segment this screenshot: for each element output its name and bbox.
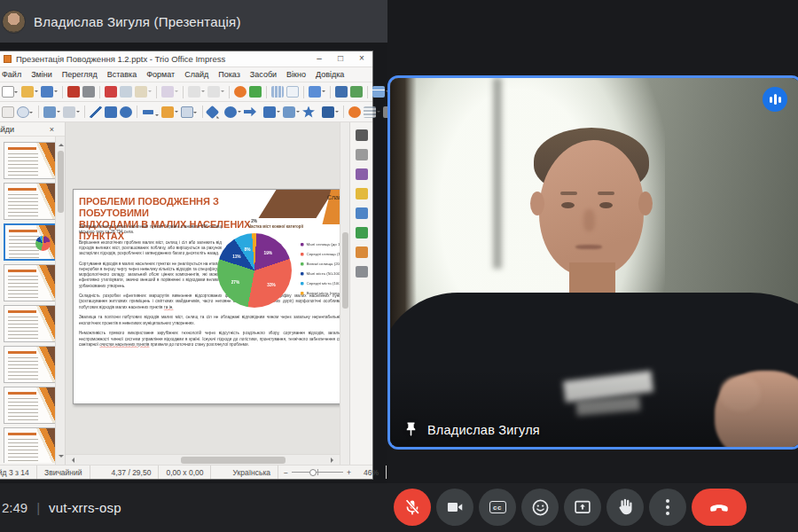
pin-icon <box>403 421 419 438</box>
chart-title: Частка міст кожної категорії <box>207 224 340 229</box>
end-call-button[interactable] <box>692 489 747 526</box>
ellipse-icon[interactable] <box>120 106 132 118</box>
symbol-shapes-icon[interactable] <box>224 106 237 118</box>
navigator-icon[interactable] <box>356 266 368 278</box>
shadow-icon[interactable] <box>63 106 75 118</box>
close-button[interactable]: × <box>351 51 372 66</box>
animation-icon[interactable] <box>356 188 368 200</box>
connector-icon[interactable] <box>181 106 193 118</box>
menu-item[interactable]: Засоби <box>250 70 277 79</box>
block-arrows-icon[interactable] <box>244 106 256 118</box>
toolbar-separator <box>62 86 63 98</box>
menu-item[interactable]: Зміни <box>31 70 52 79</box>
3d-objects-icon[interactable] <box>322 106 334 118</box>
rectangle-icon[interactable] <box>105 106 117 118</box>
cut-icon[interactable] <box>105 86 117 98</box>
rotate-icon[interactable] <box>348 106 361 118</box>
grid-icon[interactable] <box>271 86 284 98</box>
slide-thumbnail[interactable] <box>4 264 55 301</box>
redo-icon[interactable] <box>207 86 220 98</box>
flowchart-icon[interactable] <box>263 106 276 118</box>
callouts-icon[interactable] <box>283 106 295 118</box>
scroll-up-icon[interactable] <box>59 141 64 146</box>
curve-icon[interactable] <box>161 106 174 118</box>
select-icon[interactable] <box>2 106 14 118</box>
slide-transition-icon[interactable] <box>356 207 368 219</box>
present-screen-button[interactable] <box>564 489 601 526</box>
scroll-right-icon[interactable] <box>331 458 336 463</box>
basic-shapes-icon[interactable] <box>206 105 220 119</box>
gallery-icon[interactable] <box>356 246 368 258</box>
menu-item[interactable]: Довідка <box>316 70 344 79</box>
styles-icon[interactable] <box>356 227 368 239</box>
menu-item[interactable]: Вставка <box>107 70 137 79</box>
microphone-off-button[interactable] <box>394 489 431 526</box>
slide-thumbnail[interactable] <box>4 387 55 424</box>
align-icon[interactable] <box>364 106 376 118</box>
slide-thumbnail[interactable] <box>4 223 55 261</box>
zoom-in-icon[interactable]: + <box>347 468 351 477</box>
captions-button[interactable]: cc <box>479 489 516 526</box>
table-icon[interactable] <box>372 86 385 98</box>
menu-item[interactable]: Файл <box>2 70 21 79</box>
menu-item[interactable]: Показ <box>218 70 240 79</box>
reactions-button[interactable] <box>521 489 559 526</box>
zoom-knob[interactable] <box>309 469 317 476</box>
line-style-icon[interactable] <box>43 106 56 118</box>
spelling-icon[interactable] <box>249 86 262 98</box>
find-replace-icon[interactable] <box>234 86 246 98</box>
status-view-mode[interactable]: Звичайний <box>37 466 90 479</box>
participant-video-tile[interactable]: Владислав Зигуля <box>387 75 798 450</box>
vertical-scrollbar[interactable] <box>340 122 349 465</box>
maximize-button[interactable]: □ <box>330 51 351 66</box>
properties-icon[interactable] <box>356 168 368 180</box>
save-icon[interactable] <box>41 86 53 98</box>
horizontal-scrollbar[interactable] <box>66 454 340 465</box>
menu-item[interactable]: Слайд <box>184 70 208 79</box>
arrow-icon[interactable] <box>142 110 154 114</box>
slide-thumbnail[interactable] <box>4 427 55 463</box>
share-screen-region[interactable]: Владислав Зигуля (Презентація) Презентац… <box>0 0 387 483</box>
screen-icon[interactable] <box>350 86 363 98</box>
legend-item: Великі селища (20-50 тис.) <box>301 259 340 269</box>
menu-item[interactable]: Перегляд <box>62 70 98 79</box>
copy-icon[interactable] <box>120 86 132 98</box>
menu-item[interactable]: Формат <box>146 70 175 79</box>
menu-item[interactable]: Вікно <box>286 70 306 79</box>
slide-thumbnail[interactable] <box>4 142 55 179</box>
panel-close-icon[interactable]: × <box>50 125 54 134</box>
line-icon[interactable] <box>90 106 102 118</box>
effects-icon[interactable] <box>356 149 368 160</box>
slide-thumbnail[interactable] <box>4 183 55 220</box>
presentation-icon[interactable] <box>335 86 348 98</box>
clone-formatting-icon[interactable] <box>161 86 174 98</box>
print-icon[interactable] <box>82 86 95 98</box>
pointer-icon[interactable] <box>356 129 368 141</box>
status-language[interactable]: Українська <box>225 466 278 479</box>
zoom-icon[interactable] <box>17 106 29 118</box>
helplines-icon[interactable] <box>286 86 299 98</box>
more-options-icon <box>666 499 669 515</box>
open-icon[interactable] <box>21 86 34 98</box>
export-pdf-icon[interactable] <box>67 86 80 98</box>
camera-button[interactable] <box>436 489 473 526</box>
more-options-button[interactable] <box>649 489 686 526</box>
zoom-out-icon[interactable]: − <box>284 468 288 477</box>
paste-icon[interactable] <box>135 86 147 98</box>
microphone-off-icon <box>403 497 422 517</box>
new-icon[interactable] <box>2 86 14 98</box>
vertical-scroll-thumb[interactable] <box>342 232 348 309</box>
horizontal-scroll-thumb[interactable] <box>181 457 286 464</box>
undo-icon[interactable] <box>188 86 200 98</box>
raise-hand-button[interactable] <box>606 489 644 526</box>
slide-thumbnail[interactable] <box>4 346 55 383</box>
minimize-button[interactable]: – <box>309 51 330 66</box>
thumbnail-scrollbar[interactable] <box>55 137 65 465</box>
thumbnail-scroll-thumb[interactable] <box>58 151 64 213</box>
scroll-left-icon[interactable] <box>69 458 74 463</box>
zoom-slider[interactable]: − + <box>278 468 356 477</box>
display-mode-icon[interactable] <box>309 86 321 98</box>
slide-thumbnail[interactable] <box>4 305 55 342</box>
stars-icon[interactable] <box>302 106 315 118</box>
scroll-down-icon[interactable] <box>59 455 64 460</box>
